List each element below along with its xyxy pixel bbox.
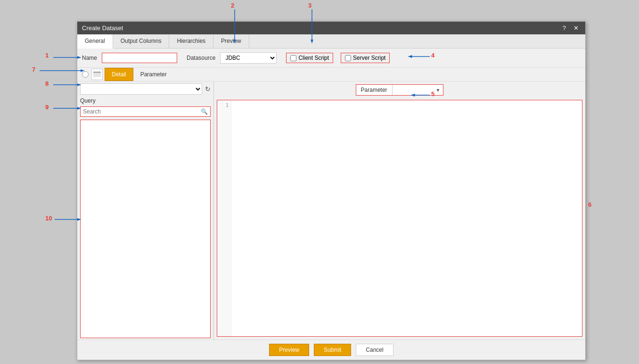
bottom-bar: Preview Submit Cancel [77, 340, 585, 360]
dialog-title: Create Dataset [82, 24, 123, 32]
sub-tabs-row: Detail Parameter [77, 68, 585, 81]
query-tree-area[interactable] [80, 120, 211, 338]
left-panel: ↻ Query 🔍 [77, 81, 214, 340]
parameter-label: Parameter [356, 85, 393, 95]
svg-rect-0 [93, 72, 101, 73]
datasource-select[interactable]: JDBC [220, 52, 277, 64]
line-numbers: 1 [217, 100, 231, 336]
svg-text:10: 10 [45, 215, 52, 222]
main-body: ↻ Query 🔍 Param [77, 81, 585, 340]
refresh-button[interactable]: ↻ [205, 85, 211, 93]
tab-bar: General Output Columns Hierarchies Previ… [77, 34, 585, 49]
parameter-select-wrap: Parameter ▼ [356, 84, 444, 96]
code-content[interactable] [231, 100, 582, 336]
help-button[interactable]: ? [561, 24, 568, 32]
svg-text:8: 8 [45, 80, 49, 87]
ds-inner-select[interactable] [80, 83, 202, 95]
tab-general[interactable]: General [77, 34, 113, 49]
circle-toggle-button[interactable] [82, 71, 89, 78]
close-button[interactable]: ✕ [572, 24, 581, 32]
right-panel: Parameter ▼ 1 [214, 81, 585, 340]
code-editor-area[interactable]: 1 [217, 100, 582, 337]
cancel-button[interactable]: Cancel [356, 344, 393, 356]
title-bar-controls: ? ✕ [561, 24, 581, 32]
title-bar: Create Dataset ? ✕ [77, 22, 585, 34]
svg-text:9: 9 [45, 104, 49, 111]
ds-select-row: ↻ [77, 81, 213, 97]
tab-hierarchies[interactable]: Hierarchies [169, 34, 213, 48]
client-script-label: Client Script [298, 55, 329, 61]
parameter-row: Parameter ▼ [214, 81, 585, 98]
search-input-wrap: 🔍 [80, 106, 211, 117]
search-row: 🔍 [77, 105, 213, 118]
svg-text:2: 2 [231, 2, 234, 9]
submit-button[interactable]: Submit [314, 344, 351, 356]
sub-tab-detail[interactable]: Detail [105, 68, 133, 81]
datasource-label: Datasource [187, 55, 215, 61]
top-row: Name Datasource JDBC Client Script Serve… [77, 49, 585, 68]
script-options: Client Script Server Script [286, 53, 390, 63]
name-input[interactable] [102, 53, 177, 63]
dialog-content: Name Datasource JDBC Client Script Serve… [77, 49, 585, 360]
client-script-item: Client Script [286, 53, 333, 63]
svg-text:3: 3 [308, 2, 311, 9]
server-script-label: Server Script [353, 55, 385, 61]
query-label: Query [77, 97, 213, 105]
server-script-item: Server Script [341, 53, 390, 63]
chevron-down-icon: ▼ [433, 86, 443, 95]
preview-button[interactable]: Preview [269, 344, 309, 356]
parameter-select[interactable] [393, 85, 433, 95]
search-input[interactable] [81, 107, 198, 116]
tab-preview[interactable]: Preview [213, 34, 249, 48]
name-label: Name [82, 55, 97, 61]
sub-tab-parameter[interactable]: Parameter [133, 68, 174, 81]
svg-text:1: 1 [45, 52, 49, 59]
client-script-checkbox[interactable] [290, 55, 296, 61]
table-icon[interactable] [91, 69, 103, 80]
svg-text:6: 6 [588, 201, 591, 208]
svg-rect-1 [93, 73, 101, 75]
svg-rect-2 [93, 75, 101, 77]
search-icon: 🔍 [198, 107, 210, 116]
tab-output-columns[interactable]: Output Columns [113, 34, 170, 48]
server-script-checkbox[interactable] [345, 55, 351, 61]
svg-text:7: 7 [32, 66, 35, 73]
create-dataset-dialog: Create Dataset ? ✕ General Output Column… [77, 21, 586, 360]
